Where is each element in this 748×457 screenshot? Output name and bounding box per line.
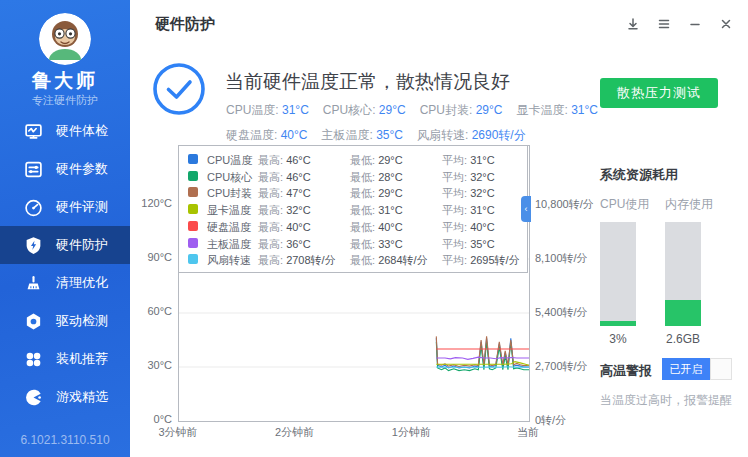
- download-button[interactable]: [621, 13, 645, 37]
- y-axis-left-tick: 90°C: [130, 251, 172, 263]
- series-min: 最低: 28°C: [350, 170, 403, 185]
- legend-row: CPU核心 最高: 46°C 最低: 28°C 平均: 32°C: [179, 169, 527, 183]
- temperature-chart: CPU温度 最高: 46°C 最低: 29°C 平均: 31°C CPU核心 最…: [178, 145, 530, 422]
- window-controls: [621, 13, 738, 37]
- series-min: 最低: 33°C: [350, 237, 403, 252]
- gauge-bar: [600, 222, 636, 326]
- series-max: 最高: 46°C: [258, 170, 311, 185]
- app-version: 6.1021.3110.510: [0, 433, 130, 447]
- resources-title: 系统资源耗用: [600, 166, 678, 184]
- metric-label: CPU核心:: [323, 103, 379, 117]
- alarm-toggle-label: 已开启: [662, 358, 710, 380]
- metric-value: 29°C: [379, 103, 406, 117]
- page-title: 硬件防护: [155, 15, 215, 34]
- sidebar-item-youxi[interactable]: 游戏精选: [0, 378, 130, 416]
- menu-button[interactable]: [652, 13, 676, 37]
- sidebar-item-qudong[interactable]: 驱动检测: [0, 302, 130, 340]
- resource-gauge: 内存使用 2.6GB: [665, 196, 701, 346]
- sidebar-item-label: 驱动检测: [56, 312, 108, 330]
- download-icon: [625, 16, 641, 35]
- series-max: 最高: 2708转/分: [258, 253, 336, 268]
- series-name: CPU核心: [207, 170, 252, 185]
- series-max: 最高: 40°C: [258, 220, 311, 235]
- series-min: 最低: 2684转/分: [350, 253, 428, 268]
- clover-icon: [24, 350, 43, 369]
- y-axis-right-tick: 10,800转/分: [535, 197, 594, 212]
- legend-collapse-tab[interactable]: ‹: [521, 196, 531, 222]
- metric-value: 35°C: [376, 128, 403, 142]
- metric-row: CPU温度: 31°C CPU核心: 29°C CPU封装: 29°C 显卡温度…: [226, 102, 612, 119]
- metric: CPU核心: 29°C: [323, 102, 406, 119]
- series-name: 主板温度: [207, 237, 251, 252]
- close-button[interactable]: [714, 13, 738, 37]
- app-name: 鲁大师: [0, 68, 130, 94]
- metric: 风扇转速: 2690转/分: [417, 127, 526, 144]
- series-max: 最高: 47°C: [258, 186, 311, 201]
- y-axis-left-tick: 0°C: [130, 413, 172, 425]
- series-color-chip: [188, 187, 198, 197]
- sidebar-item-pingce[interactable]: 硬件评测: [0, 188, 130, 226]
- legend-row: 主板温度 最高: 36°C 最低: 33°C 平均: 35°C: [179, 236, 527, 250]
- sidebar-item-label: 硬件体检: [56, 122, 108, 140]
- x-axis-tick: 1分钟前: [392, 425, 431, 440]
- series-color-chip: [188, 238, 198, 248]
- sidebar-item-label: 硬件参数: [56, 160, 108, 178]
- series-name: 风扇转速: [207, 253, 251, 268]
- gauge-label: CPU使用: [600, 196, 636, 213]
- series-avg: 平均: 31°C: [442, 203, 495, 218]
- sidebar-item-label: 装机推荐: [56, 350, 108, 368]
- series-avg: 平均: 40°C: [442, 220, 495, 235]
- metric: 显卡温度: 31°C: [516, 102, 597, 119]
- sidebar-item-label: 游戏精选: [56, 388, 108, 406]
- series-min: 最低: 29°C: [350, 186, 403, 201]
- y-axis-left-tick: 30°C: [130, 359, 172, 371]
- series-max: 最高: 46°C: [258, 153, 311, 168]
- sidebar-item-canshu[interactable]: 硬件参数: [0, 150, 130, 188]
- legend-row: CPU封装 最高: 47°C 最低: 29°C 平均: 32°C: [179, 185, 527, 199]
- sidebar-item-label: 清理优化: [56, 274, 108, 292]
- legend-row: CPU温度 最高: 46°C 最低: 29°C 平均: 31°C: [179, 152, 527, 166]
- sidebar-item-fanghu[interactable]: 硬件防护: [0, 226, 130, 264]
- resource-gauges: CPU使用 3% 内存使用 2.6GB: [600, 196, 701, 346]
- series-avg: 平均: 32°C: [442, 170, 495, 185]
- gauge-icon: [24, 198, 43, 217]
- sidebar-item-label: 硬件防护: [56, 236, 108, 254]
- series-max: 最高: 36°C: [258, 237, 311, 252]
- series-avg: 平均: 2695转/分: [442, 253, 520, 268]
- metric-value: 31°C: [282, 103, 309, 117]
- metric: CPU封装: 29°C: [420, 102, 503, 119]
- y-axis-left-tick: 60°C: [130, 305, 172, 317]
- app-window: 鲁大师 专注硬件防护 硬件体检 硬件参数 硬件评测 硬件防护 清理优化 驱动检测…: [0, 0, 748, 457]
- metric-value: 29°C: [476, 103, 503, 117]
- series-avg: 平均: 31°C: [442, 153, 495, 168]
- stress-test-button[interactable]: 散热压力测试: [600, 78, 718, 108]
- sidebar-item-label: 硬件评测: [56, 198, 108, 216]
- gauge-bar: [665, 222, 701, 326]
- legend-row: 显卡温度 最高: 32°C 最低: 31°C 平均: 31°C: [179, 202, 527, 216]
- resource-gauge: CPU使用 3%: [600, 196, 636, 346]
- y-axis-right-tick: 0转/分: [535, 413, 566, 428]
- sidebar-item-tijian[interactable]: 硬件体检: [0, 112, 130, 150]
- series-color-chip: [188, 254, 198, 264]
- sidebar-item-zhuangji[interactable]: 装机推荐: [0, 340, 130, 378]
- monitor-pulse-icon: [24, 122, 43, 141]
- sliders-icon: [24, 160, 43, 179]
- gauge-value: 3%: [600, 332, 636, 346]
- metric-value: 2690转/分: [472, 128, 526, 142]
- series-name: 硬盘温度: [207, 220, 251, 235]
- metric-label: 硬盘温度:: [226, 128, 281, 142]
- series-min: 最低: 40°C: [350, 220, 403, 235]
- sidebar: 鲁大师 专注硬件防护 硬件体检 硬件参数 硬件评测 硬件防护 清理优化 驱动检测…: [0, 0, 130, 457]
- status-ok-check-icon: [152, 62, 206, 116]
- nut-icon: [24, 312, 43, 331]
- series-name: CPU温度: [207, 153, 252, 168]
- menu-icon: [656, 16, 672, 35]
- sidebar-item-qingli[interactable]: 清理优化: [0, 264, 130, 302]
- app-tagline: 专注硬件防护: [0, 93, 130, 108]
- minimize-button[interactable]: [683, 13, 707, 37]
- y-axis-right-tick: 8,100转/分: [535, 251, 588, 266]
- alarm-toggle[interactable]: 已开启: [662, 358, 732, 380]
- broom-icon: [24, 274, 43, 293]
- legend-row: 风扇转速 最高: 2708转/分 最低: 2684转/分 平均: 2695转/分: [179, 252, 527, 266]
- metric-label: 风扇转速:: [417, 128, 472, 142]
